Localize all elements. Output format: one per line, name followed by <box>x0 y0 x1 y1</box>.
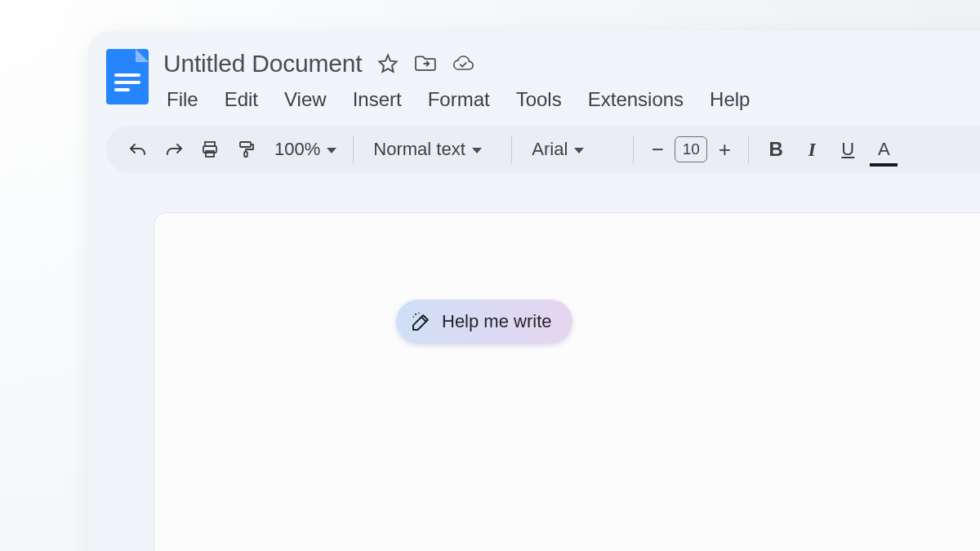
title-row: Untitled Document <box>163 49 980 78</box>
separator <box>511 136 512 163</box>
text-color-button[interactable]: A <box>868 134 899 165</box>
star-icon[interactable] <box>376 52 399 75</box>
paint-format-icon[interactable] <box>230 134 261 165</box>
menu-view[interactable]: View <box>283 85 328 114</box>
document-canvas[interactable]: Help me write <box>154 212 980 551</box>
chevron-down-icon <box>327 148 336 153</box>
svg-marker-0 <box>380 56 397 72</box>
menu-help[interactable]: Help <box>708 85 751 114</box>
menu-edit[interactable]: Edit <box>223 85 260 114</box>
menu-insert[interactable]: Insert <box>351 85 403 114</box>
svg-point-7 <box>418 313 420 314</box>
undo-icon[interactable] <box>122 134 154 165</box>
move-folder-icon[interactable] <box>414 52 437 75</box>
separator <box>633 136 634 163</box>
magic-wand-icon <box>411 311 432 332</box>
zoom-dropdown[interactable]: 100% <box>266 134 341 165</box>
header: Untitled Document <box>88 31 980 114</box>
increase-font-size-button[interactable]: + <box>712 137 737 162</box>
help-me-write-button[interactable]: Help me write <box>396 300 572 344</box>
svg-rect-3 <box>206 151 214 157</box>
chevron-down-icon <box>472 148 482 153</box>
paragraph-style-dropdown[interactable]: Normal text <box>365 134 500 165</box>
svg-rect-5 <box>244 152 247 157</box>
menu-file[interactable]: File <box>165 85 200 114</box>
zoom-value: 100% <box>274 139 320 160</box>
font-size-group: − 10 + <box>645 136 737 162</box>
separator <box>353 136 354 163</box>
text-color-swatch <box>870 163 898 167</box>
decrease-font-size-button[interactable]: − <box>645 137 670 162</box>
underline-button[interactable]: U <box>832 134 863 165</box>
menu-extensions[interactable]: Extensions <box>586 85 685 114</box>
toolbar: 100% Normal text Arial − 10 + B I U A <box>106 126 980 173</box>
font-family-value: Arial <box>532 139 568 160</box>
separator <box>748 136 749 163</box>
redo-icon[interactable] <box>158 134 189 165</box>
text-color-letter: A <box>878 139 890 160</box>
bold-button[interactable]: B <box>760 134 791 165</box>
title-block: Untitled Document <box>163 49 980 114</box>
cloud-status-icon[interactable] <box>452 52 474 75</box>
docs-logo-icon[interactable] <box>106 49 149 104</box>
menu-format[interactable]: Format <box>426 85 492 114</box>
font-size-input[interactable]: 10 <box>675 136 707 162</box>
italic-button[interactable]: I <box>796 134 827 165</box>
svg-rect-4 <box>240 142 251 147</box>
help-me-write-label: Help me write <box>442 311 551 332</box>
svg-point-8 <box>413 316 415 318</box>
print-icon[interactable] <box>194 134 225 165</box>
svg-point-6 <box>415 313 416 315</box>
paragraph-style-value: Normal text <box>373 139 465 160</box>
app-window: Untitled Document <box>88 31 980 551</box>
font-family-dropdown[interactable]: Arial <box>523 134 621 165</box>
chevron-down-icon <box>574 148 584 153</box>
menu-bar: File Edit View Insert Format Tools Exten… <box>163 85 980 114</box>
menu-tools[interactable]: Tools <box>514 85 564 114</box>
document-title[interactable]: Untitled Document <box>163 50 362 78</box>
